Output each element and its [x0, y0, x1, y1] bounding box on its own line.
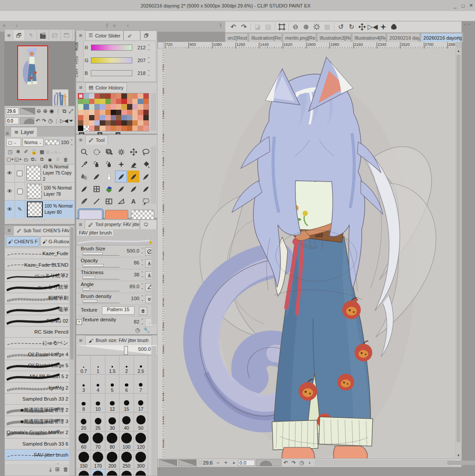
hscroll-left-icon[interactable]: ‹	[306, 460, 313, 466]
brush-list-item[interactable]: Qamala's Graphic Marker 2	[5, 427, 75, 438]
history-swatch[interactable]	[89, 99, 94, 104]
subtool-group-tab[interactable]: 🖌 G-Rutkows	[40, 236, 74, 247]
history-swatch[interactable]	[105, 120, 111, 126]
info-tab-icon[interactable]: 🗠	[49, 30, 61, 40]
brush-size-cell[interactable]: 40	[120, 413, 134, 431]
history-swatch[interactable]	[94, 110, 100, 115]
brush-list-item[interactable]: Oil Pastel Large 4	[5, 349, 75, 360]
extra-tab-icon[interactable]: 🗔	[61, 30, 73, 40]
brush-size-cell[interactable]: 15	[120, 394, 134, 413]
clip-at-layer-icon[interactable]: ◳	[7, 149, 14, 155]
history-swatch[interactable]	[100, 104, 105, 109]
history-swatch[interactable]	[78, 93, 83, 99]
move-icon[interactable]	[357, 22, 367, 31]
channel-slider[interactable]	[91, 70, 132, 76]
rotate-reset-button[interactable]: ◷	[48, 118, 53, 124]
layer-opacity-slider[interactable]	[45, 140, 60, 145]
foliage-icon[interactable]	[103, 183, 115, 195]
brush-size-cell[interactable]: 70	[91, 431, 105, 450]
lock-layer-icon[interactable]: 🔒	[30, 149, 37, 155]
brush-size-cell[interactable]: 80	[105, 431, 120, 450]
balloon-icon[interactable]	[140, 195, 152, 207]
brush-size-cell[interactable]: 2.5	[134, 356, 148, 375]
history-swatch[interactable]	[138, 126, 143, 131]
document-tab[interactable]: Illustration[Rest	[249, 33, 282, 42]
panel-menu-icon[interactable]: ≡	[76, 137, 85, 143]
history-swatch[interactable]	[132, 104, 138, 109]
brush-size-cell[interactable]: 8	[77, 394, 91, 413]
merge-down-icon[interactable]: ⧉	[38, 156, 45, 163]
brush-size-cell[interactable]: 4	[91, 375, 105, 394]
new-folder-icon[interactable]: 🗀	[22, 156, 30, 163]
correct-line-icon[interactable]	[378, 22, 389, 31]
layer-name[interactable]: Layer 80	[45, 209, 72, 216]
panel-menu-icon[interactable]: ≡	[76, 337, 85, 344]
history-swatch[interactable]	[143, 120, 149, 126]
history-swatch[interactable]	[83, 110, 89, 115]
history-swatch[interactable]	[132, 110, 138, 115]
channel-spinner[interactable]: ⌃⌄	[147, 57, 150, 63]
auto-select-icon[interactable]	[115, 146, 127, 158]
property-slider[interactable]	[82, 252, 120, 256]
history-swatch[interactable]	[116, 126, 121, 131]
brush-list-item[interactable]: ■荒透明度筆圧管理 3	[5, 416, 75, 427]
history-swatch[interactable]	[116, 104, 121, 109]
layer-effect-dropdown[interactable]: ▢⌄	[6, 138, 21, 147]
rotate-canvas-icon[interactable]	[90, 146, 102, 158]
flip-horizontal-button[interactable]: ▷◀	[60, 118, 67, 124]
history-swatch[interactable]	[127, 126, 132, 131]
history-swatch[interactable]	[138, 99, 143, 104]
new-vector-layer-icon[interactable]: ◱+	[15, 156, 22, 163]
texture-density-spinner[interactable]: ⌃⌄	[141, 319, 144, 325]
panel-menu-icon[interactable]: ≡	[76, 32, 85, 39]
property-slider[interactable]	[82, 276, 120, 279]
marker-icon[interactable]	[90, 171, 102, 182]
flip-vertical-button[interactable]: ⏷	[68, 118, 74, 124]
transfer-down-icon[interactable]: ⧉↓	[30, 156, 37, 163]
layer-checkbox[interactable]	[17, 189, 23, 194]
channel-slider[interactable]	[91, 57, 132, 63]
property-value[interactable]: 100	[123, 296, 139, 301]
brush-size-cell[interactable]: 170	[91, 450, 105, 469]
layer-mask-icon[interactable]: ◙	[46, 156, 53, 163]
orange-pen-icon[interactable]	[127, 171, 139, 182]
panel-resize-handle[interactable]: ·····	[5, 218, 75, 222]
history-swatch[interactable]	[116, 99, 121, 104]
channel-value[interactable]: 218	[134, 71, 146, 76]
layer-select-icon[interactable]	[103, 146, 115, 158]
collapse-mid-icon[interactable]: «	[113, 22, 116, 29]
history-swatch[interactable]	[105, 126, 111, 131]
canvas-vertical-scrollbar[interactable]: ▲ ▼	[456, 48, 461, 458]
collapse-bottom-icon[interactable]: ⌃⌃	[158, 468, 167, 475]
close-button[interactable]: ✕	[467, 3, 475, 8]
history-swatch[interactable]	[121, 115, 127, 120]
channel-value[interactable]: 207	[134, 58, 146, 63]
undo-icon[interactable]: ↶	[228, 22, 239, 31]
rotate-left-icon[interactable]: ↺	[336, 22, 346, 31]
reset-time-icon[interactable]: ◷	[135, 327, 140, 333]
property-slider[interactable]	[82, 264, 120, 268]
history-swatch[interactable]	[143, 93, 149, 99]
zoom-reset-button[interactable]: ◉	[49, 108, 55, 114]
history-swatch[interactable]	[78, 104, 83, 109]
zoom-out-icon[interactable]: ⊖	[290, 22, 301, 31]
status-zoom-slider2[interactable]	[178, 459, 197, 466]
history-swatch[interactable]	[111, 93, 116, 99]
wrench-icon[interactable]: 🔧	[143, 327, 150, 333]
history-swatch[interactable]	[111, 110, 116, 115]
history-swatch[interactable]	[89, 110, 94, 115]
rotate-slider[interactable]	[20, 117, 34, 124]
status-rotation-value[interactable]: 0.0	[238, 460, 255, 466]
brush-icon[interactable]	[78, 183, 90, 195]
history-swatch[interactable]	[143, 126, 149, 131]
eraser-icon[interactable]	[127, 158, 139, 170]
status-rotate-right-icon[interactable]: ↷	[290, 460, 297, 466]
history-swatch[interactable]	[89, 126, 94, 131]
status-fit-icon[interactable]: ▪	[230, 460, 237, 466]
delete-layer-icon[interactable]: 🗑	[62, 156, 69, 163]
opacity-spinner[interactable]: ⌃⌄	[70, 139, 73, 145]
scroll-down-icon[interactable]: ▼	[456, 453, 461, 458]
navigator-tab-icon[interactable]: 🗗	[13, 30, 25, 40]
spray-icon[interactable]	[103, 158, 115, 170]
history-swatch[interactable]	[83, 126, 89, 131]
